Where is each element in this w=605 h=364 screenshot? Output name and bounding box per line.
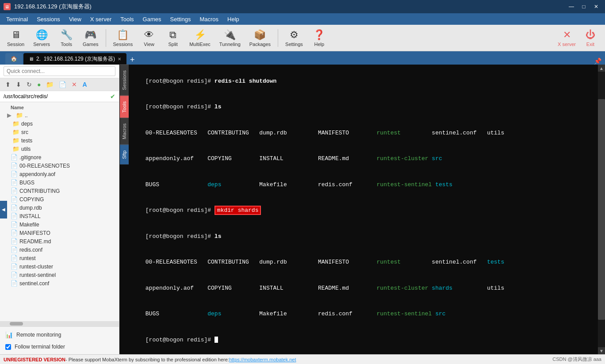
menu-games[interactable]: Games — [138, 15, 166, 24]
multiexec-button[interactable]: ⚡ MultiExec — [186, 27, 214, 49]
term-line-ls1-1: 00-RELEASENOTES CONTRIBUTING dump.rdb MA… — [125, 120, 593, 146]
follow-folder-checkbox[interactable] — [5, 344, 11, 350]
sidebar-scrollbar-h[interactable] — [0, 321, 119, 326]
sidebar-tab-macros[interactable]: Macros — [120, 118, 129, 145]
tree-file-runtest[interactable]: 📄 runtest — [0, 254, 119, 262]
maximize-button[interactable]: □ — [578, 2, 589, 11]
menu-tools[interactable]: Tools — [116, 15, 138, 24]
xserver-label: X server — [558, 42, 576, 47]
tree-item-deps[interactable]: 📁 deps — [0, 119, 119, 128]
menu-help[interactable]: Help — [223, 15, 244, 24]
sidebar-file-btn[interactable]: 📄 — [57, 80, 68, 89]
tree-label-tests: tests — [21, 138, 32, 144]
tab-session[interactable]: 🖥 2. 192.168.126.129 (京淘服务器) ✕ — [23, 53, 126, 65]
sidebar-upload-btn[interactable]: ⬆ — [4, 80, 12, 89]
terminal-area[interactable]: [root@bogon redis]# redis-cli shutdown [… — [119, 65, 598, 354]
tree-file-runtest-cluster[interactable]: 📄 runtest-cluster — [0, 262, 119, 271]
tree-file-manifesto[interactable]: 📄 MANIFESTO — [0, 229, 119, 237]
follow-folder-row: Follow terminal folder — [0, 341, 119, 353]
tree-file-readme[interactable]: 📄 README.md — [0, 237, 119, 245]
view-label: View — [144, 42, 154, 47]
tree-file-copying[interactable]: 📄 COPYING — [0, 195, 119, 203]
packages-button[interactable]: 📦 Packages — [246, 27, 274, 49]
tree-label-utils: utils — [21, 146, 31, 152]
sidebar-folder-btn[interactable]: 📁 — [44, 80, 55, 89]
tree-label-runtest-cluster: runtest-cluster — [19, 264, 53, 270]
tree-item-parent[interactable]: ▶ 📁 .. — [0, 111, 119, 119]
exit-button[interactable]: ⏻ Exit — [579, 27, 601, 49]
term-line-mkdir: [root@bogon redis]# mkdir shards — [125, 198, 593, 224]
toolbar: 🖥 Session 🌐 Servers 🔧 Tools 🎮 Games 📋 Se… — [0, 25, 605, 51]
minimize-button[interactable]: — — [566, 2, 577, 11]
scroll-up-arrow[interactable]: ▲ — [598, 65, 605, 72]
remote-monitoring-button[interactable]: 📊 Remote monitoring — [0, 329, 119, 341]
sidebar-tab-sessions[interactable]: Sessions — [120, 65, 129, 96]
view-icon: 👁 — [144, 29, 154, 41]
menu-sessions[interactable]: Sessions — [32, 15, 65, 24]
xserver-button[interactable]: ✕ X server — [554, 27, 579, 49]
menu-terminal[interactable]: Terminal — [2, 15, 32, 24]
close-button[interactable]: ✕ — [591, 2, 601, 11]
menu-xserver[interactable]: X server — [86, 15, 116, 24]
help-button[interactable]: ❓ Help — [308, 27, 330, 49]
tree-file-sentinelconf[interactable]: 📄 sentinel.conf — [0, 279, 119, 287]
tab-home-icon: 🏠 — [11, 56, 17, 62]
sidebar-collapse-button[interactable]: ◀ — [0, 201, 7, 218]
tree-file-makefile[interactable]: 📄 Makefile — [0, 220, 119, 229]
tree-file-bugs[interactable]: 📄 BUGS — [0, 178, 119, 187]
status-message: - Please support MobaXterm by subscribin… — [65, 357, 229, 362]
multiexec-label: MultiExec — [189, 42, 211, 47]
sidebar-tab-sftp[interactable]: Sftp — [120, 145, 129, 165]
status-link[interactable]: https://mobaxterm.mobatek.net — [229, 357, 296, 362]
sidebar-delete-btn[interactable]: ✕ — [70, 80, 79, 89]
settings-button[interactable]: ⚙ Settings — [282, 27, 306, 49]
terminal-scrollbar[interactable]: ▲ ▼ — [598, 65, 605, 354]
tree-file-gitignore[interactable]: 📄 .gitignore — [0, 153, 119, 161]
split-button[interactable]: ⧉ Split — [162, 27, 184, 49]
tree-item-src[interactable]: 📁 src — [0, 128, 119, 136]
sidebar-connect-btn[interactable]: ● — [35, 80, 42, 89]
session-button[interactable]: 🖥 Session — [4, 27, 28, 49]
tree-file-releasenotes[interactable]: 📄 00-RELEASENOTES — [0, 161, 119, 170]
tab-close-button[interactable]: ✕ — [118, 57, 121, 61]
menu-view[interactable]: View — [65, 15, 86, 24]
games-button[interactable]: 🎮 Games — [79, 27, 102, 49]
servers-button[interactable]: 🌐 Servers — [30, 27, 54, 49]
file-icon-runtest: 📄 — [11, 255, 18, 261]
path-input[interactable] — [4, 93, 110, 100]
sessions-button[interactable]: 📋 Sessions — [110, 27, 137, 49]
tree-file-appendonly[interactable]: 📄 appendonly.aof — [0, 170, 119, 178]
file-icon-makefile: 📄 — [11, 221, 18, 228]
tree-label-releasenotes: 00-RELEASENOTES — [19, 163, 70, 169]
scroll-track[interactable] — [598, 72, 605, 347]
file-icon-runtest-sentinel: 📄 — [11, 272, 18, 278]
tree-item-utils[interactable]: 📁 utils — [0, 145, 119, 153]
sidebar-download-btn[interactable]: ⬇ — [14, 80, 23, 89]
sidebar-refresh-btn[interactable]: ↻ — [25, 80, 34, 89]
session-label: Session — [7, 42, 24, 47]
sidebar-info-btn[interactable]: A — [80, 80, 88, 89]
file-icon-copying: 📄 — [11, 196, 18, 203]
tree-file-redisconf[interactable]: 📄 redis.conf — [0, 245, 119, 254]
tree-file-runtest-sentinel[interactable]: 📄 runtest-sentinel — [0, 271, 119, 279]
tree-item-tests[interactable]: 📁 tests — [0, 136, 119, 145]
tools-button[interactable]: 🔧 Tools — [55, 27, 77, 49]
tree-file-contributing[interactable]: 📄 CONTRIBUTING — [0, 187, 119, 195]
scroll-down-arrow[interactable]: ▼ — [598, 347, 605, 354]
view-button[interactable]: 👁 View — [138, 27, 160, 49]
menu-settings[interactable]: Settings — [166, 15, 195, 24]
tab-home[interactable]: 🏠 — [5, 53, 23, 65]
arrow-icon: ▶ — [7, 112, 14, 119]
scroll-thumb[interactable] — [598, 99, 605, 319]
tree-file-dumprdb[interactable]: 📄 dump.rdb — [0, 203, 119, 212]
tunneling-button[interactable]: 🔌 Tunneling — [216, 27, 244, 49]
sidebar-tab-tools[interactable]: Tools — [120, 96, 129, 118]
tree-file-install[interactable]: 📄 INSTALL — [0, 212, 119, 220]
tree-label-install: INSTALL — [19, 213, 41, 219]
menu-macros[interactable]: Macros — [195, 15, 223, 24]
split-label: Split — [168, 42, 177, 47]
tab-add-button[interactable]: + — [126, 55, 138, 65]
quick-connect-input[interactable] — [4, 66, 115, 76]
file-icon-gitignore: 📄 — [11, 154, 18, 161]
folder-icon-src: 📁 — [12, 129, 19, 135]
